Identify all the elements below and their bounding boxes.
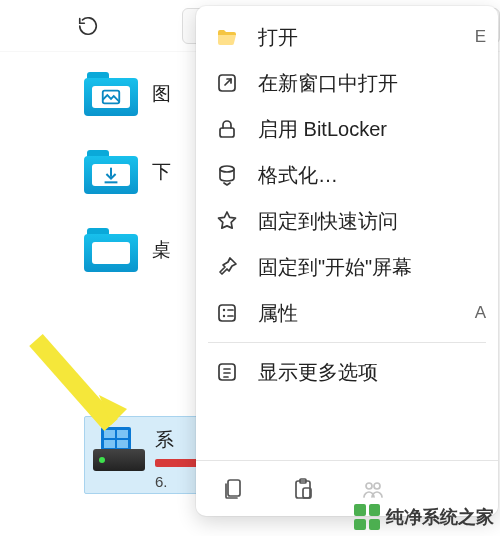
format-drive-icon (214, 162, 240, 188)
menu-properties[interactable]: 属性 A (196, 290, 498, 336)
folder-label: 桌 (152, 237, 171, 263)
menu-pin-quick-access[interactable]: 固定到快速访问 (196, 198, 498, 244)
menu-label: 格式化… (258, 162, 338, 189)
folder-icon (84, 150, 138, 194)
menu-open-new-window[interactable]: 在新窗口中打开 (196, 60, 498, 106)
folder-icon (84, 228, 138, 272)
svg-point-5 (223, 309, 225, 311)
properties-icon (214, 300, 240, 326)
svg-point-6 (223, 315, 225, 317)
copy-icon[interactable] (220, 476, 246, 502)
watermark-logo-icon (354, 504, 380, 530)
star-icon (214, 208, 240, 234)
watermark-text: 纯净系统之家 (386, 505, 494, 529)
menu-format[interactable]: 格式化… (196, 152, 498, 198)
folder-label: 下 (152, 159, 171, 185)
context-menu: 打开 E 在新窗口中打开 启用 BitLocker 格式化… 固定到快速访问 固… (196, 6, 498, 516)
svg-point-12 (366, 483, 372, 489)
drive-icon (93, 425, 145, 477)
menu-shortcut: A (475, 303, 486, 323)
menu-label: 固定到"开始"屏幕 (258, 254, 412, 281)
menu-label: 固定到快速访问 (258, 208, 398, 235)
folder-label: 图 (152, 81, 171, 107)
svg-rect-2 (220, 128, 234, 137)
svg-rect-4 (219, 305, 235, 321)
menu-label: 显示更多选项 (258, 359, 378, 386)
menu-show-more[interactable]: 显示更多选项 (196, 349, 498, 395)
svg-point-3 (220, 166, 234, 172)
svg-rect-8 (228, 480, 240, 496)
menu-pin-start[interactable]: 固定到"开始"屏幕 (196, 244, 498, 290)
menu-open[interactable]: 打开 E (196, 14, 498, 60)
watermark: 纯净系统之家 (354, 504, 494, 530)
share-icon (360, 476, 386, 502)
new-window-icon (214, 70, 240, 96)
more-icon (214, 359, 240, 385)
refresh-button[interactable] (70, 8, 106, 44)
pin-icon (214, 254, 240, 280)
folder-icon (84, 72, 138, 116)
menu-separator (208, 342, 486, 343)
menu-shortcut: E (475, 27, 486, 47)
menu-label: 启用 BitLocker (258, 116, 387, 143)
svg-point-13 (374, 483, 380, 489)
paste-icon[interactable] (290, 476, 316, 502)
folder-open-icon (214, 24, 240, 50)
menu-label: 打开 (258, 24, 298, 51)
menu-label: 在新窗口中打开 (258, 70, 398, 97)
menu-label: 属性 (258, 300, 298, 327)
menu-bitlocker[interactable]: 启用 BitLocker (196, 106, 498, 152)
lock-icon (214, 116, 240, 142)
